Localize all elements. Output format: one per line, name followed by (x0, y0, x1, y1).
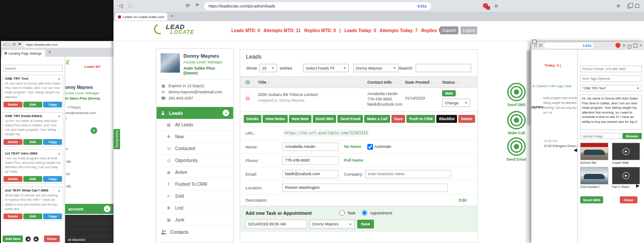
automate-checkbox[interactable] (367, 144, 373, 150)
send-email-fab[interactable]: Send Email (506, 137, 527, 162)
restore-window-icon[interactable] (627, 5, 631, 8)
restore-window-icon[interactable] (628, 45, 631, 48)
media-thumbnail-donnys-biz[interactable] (580, 143, 608, 160)
delete-button[interactable]: Delete (4, 214, 22, 219)
chevron-down-icon[interactable]: ▼ (91, 127, 97, 134)
blacklist-button[interactable]: Blacklist (436, 115, 457, 123)
task-assignee-select[interactable]: Donny Maynes▼ (310, 220, 355, 228)
feeds-filter-select[interactable]: Select Feeds Fil▼ (303, 64, 348, 72)
shield-extension-icon[interactable] (615, 43, 620, 48)
copy-button[interactable]: Copy (43, 214, 62, 219)
address-bar[interactable]: 2.62s (544, 43, 593, 48)
edit-button[interactable]: Edit (23, 176, 42, 182)
sms-tags-input[interactable] (580, 75, 642, 82)
copy-button[interactable]: Copy (43, 139, 62, 145)
phone-field[interactable] (282, 156, 339, 165)
tab-leads-on-leadlocate[interactable]: Leads on LeadLocate.com (115, 13, 167, 21)
delete-button[interactable]: Delete (4, 176, 22, 182)
sidebar-item-all-leads[interactable]: ▦All Leads (157, 119, 233, 131)
push-to-crm-button[interactable]: Push to CRM (406, 115, 435, 123)
forward-icon[interactable]: ▷ (8, 43, 11, 47)
save-button[interactable]: Save (392, 115, 406, 123)
name-field[interactable] (282, 143, 339, 151)
phone-input[interactable] (580, 66, 642, 72)
column-contact-info[interactable]: Contact Info↕ (367, 80, 405, 85)
reload-icon[interactable]: ⟳ (186, 3, 190, 8)
close-button[interactable]: Close (620, 196, 637, 203)
template-card-header[interactable]: ONE TRY Text ▲ (3, 75, 63, 81)
new-note-button[interactable]: New Note (289, 115, 311, 123)
window-menu-icon[interactable]: ≡ (622, 43, 625, 48)
bookmark-icon[interactable]: ⚑ (18, 43, 21, 47)
no-name-link[interactable]: No Name (344, 144, 361, 149)
sidebar-item-contacts[interactable]: Contacts (157, 226, 233, 238)
new-tab-button[interactable]: + (171, 14, 173, 18)
column-status[interactable]: Status↕ (440, 80, 477, 85)
template-card-header[interactable]: 1st TEXT Intro-SMS ▲ (3, 150, 63, 156)
details-button[interactable]: Details (244, 115, 261, 123)
sidebar-item-leads[interactable]: Leads ▲ (157, 107, 233, 119)
close-button[interactable]: Close (44, 236, 60, 242)
support-button[interactable]: Support (440, 26, 458, 34)
page-scrollbar[interactable] (526, 49, 531, 243)
carousel-next-icon[interactable]: ▶ (636, 183, 640, 188)
send-sms-fab[interactable]: Send SMS (506, 83, 527, 107)
back-icon[interactable]: ◁ (534, 44, 537, 48)
template-search-input[interactable] (3, 65, 63, 72)
target-icon[interactable]: ⊙ (245, 79, 250, 85)
tab-landing-page-settings[interactable]: Landing Page Settings (2, 50, 45, 57)
delete-button[interactable]: Delete (4, 102, 22, 107)
sidebar-item-junk[interactable]: ▣Junk (157, 214, 233, 226)
back-icon[interactable]: ◁ (3, 43, 6, 47)
menu-icon[interactable]: ≡ (494, 3, 498, 9)
email-field[interactable] (282, 170, 339, 178)
prev-page-icon[interactable]: ◀ (26, 236, 31, 242)
sidebar-item-active[interactable]: ◉Active (157, 166, 233, 178)
edit-button[interactable]: Edit (23, 139, 42, 145)
entries-select[interactable]: 25▼ (260, 64, 277, 72)
next-page-icon[interactable]: ▶ (33, 236, 39, 242)
sidebar-item-opportunity[interactable]: ◎Opportunity (157, 155, 233, 166)
sidebar-item-new[interactable]: ✚New (157, 131, 233, 143)
task-radio[interactable] (339, 210, 345, 216)
media-thumbnail-part-2-rebu[interactable]: ▶ (612, 167, 640, 184)
sidebar-item-pushed-to-crm[interactable]: ↥Pushed To CRM (157, 178, 233, 190)
search-input[interactable] (416, 64, 471, 72)
view-notes-button[interactable]: View Notes (263, 115, 288, 123)
media-thumbnail-copart-walk[interactable]: ▶ (612, 143, 640, 160)
reload-icon[interactable]: ⟳ (13, 43, 16, 47)
media-thumbnail-2010-honda[interactable] (580, 167, 608, 184)
agent-filter-select[interactable]: Donny Maynes▼ (353, 64, 399, 72)
company-field[interactable] (365, 170, 451, 178)
browse-button[interactable]: Browse (622, 133, 642, 139)
bookmark-icon[interactable]: ⚑ (195, 3, 199, 7)
address-bar[interactable]: https://leadlocate.com (23, 42, 111, 48)
maximize-icon[interactable] (633, 44, 637, 48)
maximize-icon[interactable] (635, 4, 639, 8)
pull-name-link[interactable]: Pull Name (344, 158, 363, 162)
make-a-call-button[interactable]: Make a Call (364, 115, 390, 123)
links-fragment[interactable]: ts | Search Call Logs | Noti (532, 84, 571, 88)
template-card-header[interactable]: ONE TRY Email-EMAIL ▲ (3, 113, 63, 119)
remove-icon[interactable]: ⊖ (240, 88, 255, 111)
message-textarea[interactable]: Hi, my name is Donny with Auto Sales Plu… (580, 95, 642, 130)
templates-drawer-tab[interactable]: Templates (113, 129, 120, 149)
sidebar-item-lost[interactable]: ✖Lost (157, 202, 233, 214)
location-field[interactable] (282, 184, 448, 192)
close-window-icon[interactable]: × (640, 44, 642, 48)
column-title[interactable]: Title↕ (255, 80, 367, 85)
task-datetime-field[interactable] (245, 220, 307, 228)
reload-icon[interactable]: ⟳ (539, 44, 542, 48)
sidebar-item-sold[interactable]: ✔Sold (157, 190, 233, 202)
forward-icon[interactable]: ▷ (128, 3, 132, 8)
address-bar[interactable]: https://leadlocate.com/pd-admin/leads 9.… (204, 2, 431, 10)
window-menu-icon[interactable]: ≡ (617, 3, 620, 9)
send-sms-button[interactable]: Send SMS (313, 115, 337, 123)
status-change-select[interactable]: Change▼ (442, 99, 470, 107)
column-date-posted[interactable]: Date Posted↕ (405, 80, 440, 85)
new-tab-button[interactable]: + (48, 50, 51, 55)
upload-image-input[interactable] (580, 133, 621, 139)
template-select[interactable]: "ONE TRY Text" ▼ (580, 85, 642, 92)
appointment-radio[interactable] (362, 210, 367, 216)
copy-button[interactable]: Copy (43, 176, 62, 182)
